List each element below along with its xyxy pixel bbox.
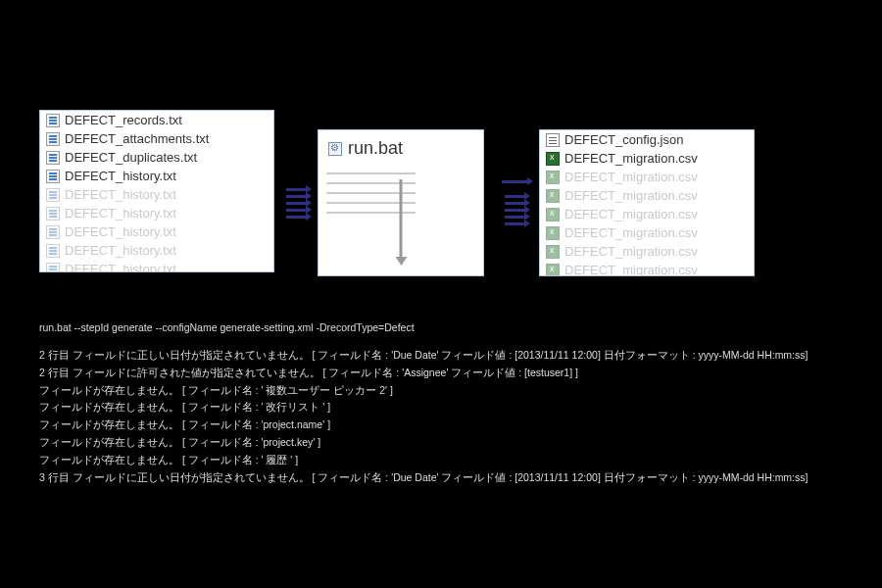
- text-file-icon: [46, 114, 60, 127]
- console-line: フィールドが存在しません。 [ フィールド名 : 'project.name' …: [39, 416, 843, 434]
- input-file-row-faded: DEFECT_history.txt: [40, 204, 273, 222]
- file-name: DEFECT_history.txt: [65, 169, 176, 183]
- input-file-row-faded: DEFECT_history.txt: [40, 260, 273, 272]
- output-file-row: DEFECT_migration.csv: [540, 149, 754, 168]
- bat-file-icon: [328, 142, 342, 156]
- input-file-row: DEFECT_records.txt: [40, 111, 273, 129]
- input-files-box: DEFECT_records.txtDEFECT_attachments.txt…: [39, 110, 274, 272]
- text-file-icon: [46, 207, 60, 220]
- csv-file-icon: [546, 208, 560, 221]
- output-file-row-faded: DEFECT_migration.csv: [540, 168, 754, 186]
- arrow-right-icon: [505, 222, 524, 225]
- file-name: DEFECT_duplicates.txt: [65, 150, 197, 165]
- output-file-row-faded: DEFECT_migration.csv: [540, 186, 754, 205]
- console-line: 2 行目 フィールドに正しい日付が指定されていません。 [ フィールド名 : '…: [39, 347, 843, 365]
- text-file-icon: [46, 244, 60, 258]
- csv-file-icon: [546, 226, 560, 240]
- text-file-icon: [46, 188, 60, 202]
- input-file-row-faded: DEFECT_history.txt: [40, 222, 273, 241]
- file-name: DEFECT_attachments.txt: [65, 131, 209, 146]
- file-name: DEFECT_records.txt: [65, 113, 182, 127]
- arrow-right-icon: [286, 188, 306, 191]
- run-bat-label: run.bat: [348, 138, 403, 159]
- arrow-right-icon: [286, 195, 306, 198]
- arrow-right-icon: [286, 202, 306, 205]
- arrow-right-icon: [505, 209, 524, 212]
- arrow-down-icon: [400, 179, 403, 258]
- console-line: フィールドが存在しません。 [ フィールド名 : ' 改行リスト ' ]: [39, 399, 843, 416]
- input-file-row-faded: DEFECT_history.txt: [40, 185, 273, 204]
- file-name: DEFECT_migration.csv: [564, 170, 698, 184]
- file-name: DEFECT_history.txt: [65, 262, 176, 272]
- csv-file-icon: [546, 189, 560, 203]
- arrow-right-icon: [502, 180, 527, 183]
- run-bat-box: run.bat: [318, 129, 484, 276]
- arrows-input-to-run: [274, 129, 318, 276]
- input-file-row: DEFECT_duplicates.txt: [40, 148, 273, 167]
- console-line: フィールドが存在しません。 [ フィールド名 : 'project.key' ]: [39, 434, 843, 452]
- output-files-box: DEFECT_config.jsonDEFECT_migration.csvDE…: [539, 129, 755, 276]
- console-line: フィールドが存在しません。 [ フィールド名 : ' 複数ユーザー ピッカー 2…: [39, 382, 843, 400]
- input-file-row: DEFECT_history.txt: [40, 167, 273, 185]
- text-file-icon: [46, 132, 60, 146]
- file-name: DEFECT_migration.csv: [564, 207, 698, 221]
- input-file-row-faded: DEFECT_history.txt: [40, 241, 273, 260]
- arrow-right-icon: [505, 216, 524, 219]
- console-output: run.bat --stepId generate --configName g…: [39, 319, 843, 487]
- output-file-row: DEFECT_config.json: [540, 130, 754, 149]
- output-file-row-faded: DEFECT_migration.csv: [540, 205, 754, 223]
- arrow-right-icon: [505, 202, 524, 205]
- csv-file-icon: [546, 245, 560, 259]
- csv-file-icon: [546, 264, 560, 277]
- file-name: DEFECT_migration.csv: [564, 151, 698, 166]
- migration-diagram: DEFECT_records.txtDEFECT_attachments.txt…: [39, 110, 843, 286]
- file-name: DEFECT_migration.csv: [564, 225, 698, 240]
- file-name: DEFECT_history.txt: [65, 243, 176, 258]
- file-name: DEFECT_history.txt: [65, 224, 176, 239]
- file-name: DEFECT_history.txt: [65, 187, 176, 202]
- file-name: DEFECT_history.txt: [65, 206, 176, 220]
- text-file-icon: [46, 151, 60, 165]
- csv-file-icon: [546, 171, 560, 184]
- text-file-icon: [46, 170, 60, 183]
- console-line: フィールドが存在しません。 [ フィールド名 : ' 履歴 ' ]: [39, 452, 843, 469]
- output-file-row-faded: DEFECT_migration.csv: [540, 242, 754, 261]
- output-file-row-faded: DEFECT_migration.csv: [540, 261, 754, 276]
- file-name: DEFECT_migration.csv: [564, 244, 698, 259]
- console-line: 3 行目 フィールドに正しい日付が指定されていません。 [ フィールド名 : '…: [39, 469, 843, 487]
- json-file-icon: [546, 133, 560, 147]
- text-file-icon: [46, 263, 60, 273]
- file-name: DEFECT_migration.csv: [564, 263, 698, 276]
- console-line: 2 行目 フィールドに許可された値が指定されていません。 [ フィールド名 : …: [39, 365, 843, 382]
- file-name: DEFECT_config.json: [564, 132, 683, 147]
- file-name: DEFECT_migration.csv: [564, 188, 698, 203]
- arrow-right-icon: [505, 195, 524, 198]
- input-file-row: DEFECT_attachments.txt: [40, 129, 273, 148]
- text-file-icon: [46, 225, 60, 239]
- arrow-right-icon: [286, 216, 306, 219]
- output-file-row-faded: DEFECT_migration.csv: [540, 223, 754, 242]
- arrow-right-icon: [286, 209, 306, 212]
- arrows-run-to-output: [490, 129, 539, 276]
- csv-file-icon: [546, 152, 560, 166]
- console-command: run.bat --stepId generate --configName g…: [39, 319, 843, 337]
